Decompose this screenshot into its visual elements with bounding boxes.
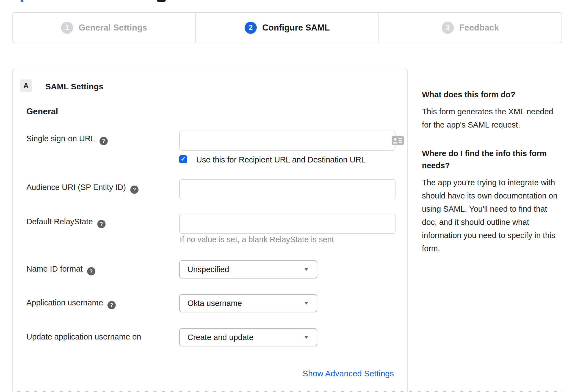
step-configure-saml[interactable]: 2 Configure SAML <box>196 13 379 43</box>
step-label: Configure SAML <box>262 23 330 33</box>
step-label: Feedback <box>459 23 499 33</box>
audience-uri-label: Audience URI (SP Entity ID)? <box>26 183 139 194</box>
section-a-badge: A <box>20 79 32 92</box>
cutoff-tab-indicator <box>21 0 23 2</box>
checkmark-icon: ✓ <box>181 156 186 162</box>
question-mark-glyph: ? <box>110 302 113 308</box>
step-number-badge: 1 <box>61 22 73 34</box>
help-sidebar: What does this form do? This form genera… <box>422 89 563 255</box>
step-number-badge: 3 <box>442 22 454 34</box>
default-relaystate-label: Default RelayState? <box>26 217 106 228</box>
name-id-format-label-text: Name ID format <box>26 264 83 273</box>
chevron-down-icon: ▼ <box>303 267 318 272</box>
relaystate-hint: If no value is set, a blank RelayState i… <box>180 235 334 244</box>
update-app-username-select[interactable]: Create and update ▼ <box>179 328 317 346</box>
step-label: General Settings <box>79 23 147 33</box>
update-app-username-value: Create and update <box>180 333 305 342</box>
update-app-username-label: Update application username on <box>26 332 141 341</box>
question-mark-glyph: ? <box>100 221 103 227</box>
application-username-label: Application username? <box>26 298 116 309</box>
sso-url-label: Single sign-on URL? <box>26 134 108 145</box>
name-id-format-value: Unspecified <box>180 265 305 274</box>
help-question-1: What does this form do? <box>422 89 563 101</box>
step-general-settings[interactable]: 1 General Settings <box>13 13 196 43</box>
help-question-2: Where do I find the info this form needs… <box>422 147 563 172</box>
audience-uri-label-text: Audience URI (SP Entity ID) <box>26 183 126 192</box>
help-icon[interactable]: ? <box>130 186 139 194</box>
sso-url-label-text: Single sign-on URL <box>26 134 95 143</box>
chevron-down-icon: ▼ <box>303 335 318 340</box>
show-advanced-settings-link[interactable]: Show Advanced Settings <box>303 369 394 378</box>
help-answer-2: The app you're trying to integrate with … <box>422 176 563 255</box>
help-answer-1: This form generates the XML needed for t… <box>422 105 563 131</box>
sso-recipient-destination-checkbox[interactable]: ✓ <box>179 155 187 163</box>
question-mark-glyph: ? <box>102 138 105 144</box>
panel-title: SAML Settings <box>45 82 103 91</box>
help-icon[interactable]: ? <box>87 267 95 275</box>
section-divider-dashed <box>17 391 563 392</box>
default-relaystate-input[interactable] <box>179 214 396 234</box>
name-id-format-select[interactable]: Unspecified ▼ <box>179 260 317 278</box>
application-username-select[interactable]: Okta username ▼ <box>179 294 317 312</box>
question-mark-glyph: ? <box>90 268 93 274</box>
cutoff-app-logo <box>157 0 166 2</box>
sso-recipient-destination-checkbox-label[interactable]: Use this for Recipient URL and Destinati… <box>196 155 366 164</box>
question-mark-glyph: ? <box>133 187 136 193</box>
application-username-label-text: Application username <box>26 298 103 307</box>
step-number-badge: 2 <box>245 22 257 34</box>
sso-url-input[interactable] <box>179 131 396 151</box>
name-id-format-label: Name ID format? <box>26 264 95 275</box>
saml-settings-panel: A SAML Settings General Single sign-on U… <box>12 69 408 392</box>
help-icon[interactable]: ? <box>97 220 106 228</box>
contact-card-icon <box>392 136 404 145</box>
application-username-value: Okta username <box>180 299 305 308</box>
help-icon[interactable]: ? <box>99 137 108 145</box>
update-app-username-label-text: Update application username on <box>26 332 141 341</box>
general-section-heading: General <box>26 107 58 117</box>
help-icon[interactable]: ? <box>107 301 116 309</box>
audience-uri-input[interactable] <box>179 179 396 199</box>
default-relaystate-label-text: Default RelayState <box>26 217 93 226</box>
chevron-down-icon: ▼ <box>303 300 318 306</box>
step-feedback[interactable]: 3 Feedback <box>379 13 562 43</box>
wizard-stepper: 1 General Settings 2 Configure SAML 3 Fe… <box>12 12 562 43</box>
